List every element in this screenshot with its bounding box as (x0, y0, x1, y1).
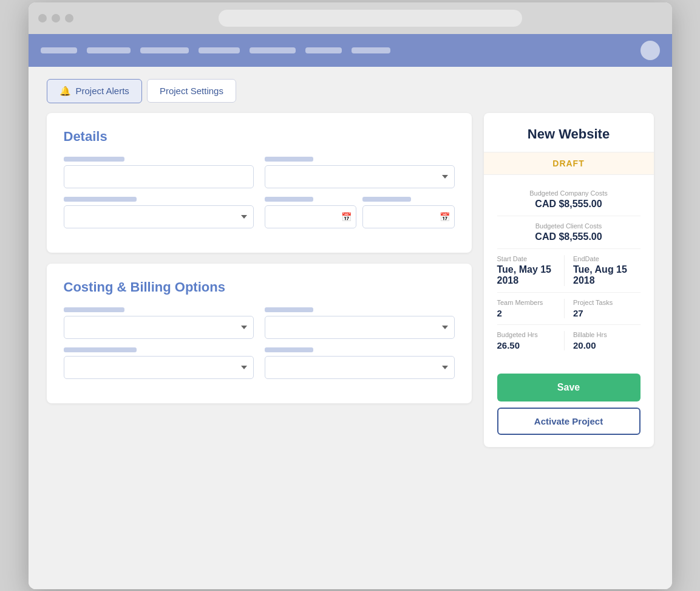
budgeted-client-costs-block: Budgeted Client Costs CAD $8,555.00 (497, 216, 641, 249)
date-input-2-wrapper: 📅 (362, 205, 455, 228)
costing-field-2-label (265, 307, 313, 312)
window-dot-yellow (52, 14, 60, 22)
nav-item-1[interactable] (41, 47, 77, 53)
end-date-label: EndDate (573, 255, 641, 262)
details-row-1 (64, 157, 455, 188)
field-2-label (265, 157, 313, 162)
start-date-label: Start Date (497, 255, 565, 262)
tab-project-alerts[interactable]: 🔔 Project Alerts (47, 79, 142, 103)
billable-hrs-value: 20.00 (573, 340, 641, 350)
browser-window: 🔔 Project Alerts Project Settings Detail… (29, 2, 672, 589)
details-card: Details (47, 113, 472, 253)
billable-hrs-label: Billable Hrs (573, 331, 641, 338)
budgeted-company-costs-block: Budgeted Company Costs CAD $8,555.00 (497, 183, 641, 216)
budgeted-hrs-block: Budgeted Hrs 26.50 (497, 331, 565, 350)
sidebar-actions: Save Activate Project (484, 365, 654, 447)
calendar-icon-1: 📅 (341, 212, 352, 222)
budgeted-hrs-value: 26.50 (497, 340, 565, 350)
costing-field-1 (64, 307, 254, 339)
field-4-label (265, 197, 313, 202)
costing-field-3-label (64, 347, 137, 352)
main-layout: Details (47, 113, 654, 447)
activate-project-button[interactable]: Activate Project (497, 408, 641, 435)
calendar-icon-2: 📅 (440, 212, 450, 222)
window-dot-red (38, 14, 47, 22)
costing-field-1-label (64, 307, 124, 312)
field-1-input[interactable] (64, 165, 254, 188)
budgeted-company-costs-label: Budgeted Company Costs (497, 190, 641, 197)
team-tasks-row: Team Members 2 Project Tasks 27 (497, 293, 641, 325)
budgeted-client-costs-value: CAD $8,555.00 (497, 231, 641, 242)
project-header: New Website (484, 113, 654, 152)
nav-item-4[interactable] (199, 47, 240, 53)
end-date-block: EndDate Tue, Aug 15 2018 (564, 255, 641, 286)
field-1-label (64, 157, 124, 162)
save-button[interactable]: Save (497, 374, 641, 401)
costing-select-2[interactable] (265, 316, 455, 339)
project-title: New Website (497, 126, 641, 142)
costing-title: Costing & Billing Options (64, 279, 455, 295)
details-field-3 (64, 197, 254, 228)
team-members-value: 2 (497, 308, 565, 318)
sidebar-stats: Budgeted Company Costs CAD $8,555.00 Bud… (484, 175, 654, 365)
costing-field-2 (265, 307, 455, 339)
budgeted-hrs-label: Budgeted Hrs (497, 331, 565, 338)
status-badge: DRAFT (484, 152, 654, 175)
nav-item-7[interactable] (352, 47, 390, 53)
user-avatar[interactable] (641, 41, 660, 60)
details-date-group: 📅 📅 (265, 197, 455, 228)
nav-bar (29, 34, 672, 67)
budgeted-company-costs-value: CAD $8,555.00 (497, 199, 641, 210)
costing-field-4 (265, 347, 455, 379)
billable-hrs-block: Billable Hrs 20.00 (564, 331, 641, 350)
costing-row-2 (64, 347, 455, 379)
project-settings-label: Project Settings (160, 86, 223, 96)
details-field-2 (265, 157, 455, 188)
start-date-value: Tue, May 15 2018 (497, 264, 565, 286)
details-title: Details (64, 129, 455, 145)
tabs-bar: 🔔 Project Alerts Project Settings (47, 79, 654, 103)
field-2-select[interactable] (265, 165, 455, 188)
budgeted-client-costs-label: Budgeted Client Costs (497, 222, 641, 230)
start-date-block: Start Date Tue, May 15 2018 (497, 255, 565, 286)
project-alerts-label: Project Alerts (76, 86, 129, 96)
nav-item-5[interactable] (250, 47, 296, 53)
team-members-label: Team Members (497, 299, 565, 306)
bell-icon: 🔔 (59, 86, 71, 97)
details-field-1 (64, 157, 254, 188)
costing-select-1[interactable] (64, 316, 254, 339)
field-5-label (362, 197, 411, 202)
project-tasks-value: 27 (573, 308, 641, 318)
dates-row: Start Date Tue, May 15 2018 EndDate Tue,… (497, 249, 641, 293)
costing-row-1 (64, 307, 455, 339)
window-dot-green (65, 14, 73, 22)
costing-card: Costing & Billing Options (47, 264, 472, 403)
field-3-select[interactable] (64, 205, 254, 228)
project-tasks-label: Project Tasks (573, 299, 641, 306)
date-input-1-wrapper: 📅 (265, 205, 357, 228)
nav-item-6[interactable] (305, 47, 342, 53)
details-row-2: 📅 📅 (64, 197, 455, 228)
sidebar-card: New Website DRAFT Budgeted Company Costs… (484, 113, 654, 447)
address-bar[interactable] (219, 10, 522, 27)
team-members-block: Team Members 2 (497, 299, 565, 318)
end-date-value: Tue, Aug 15 2018 (573, 264, 641, 286)
tab-project-settings[interactable]: Project Settings (147, 79, 236, 103)
hours-row: Budgeted Hrs 26.50 Billable Hrs 20.00 (497, 325, 641, 357)
costing-field-3 (64, 347, 254, 379)
nav-item-2[interactable] (87, 47, 131, 53)
nav-item-3[interactable] (140, 47, 189, 53)
costing-select-3[interactable] (64, 356, 254, 379)
field-3-label (64, 197, 137, 202)
project-tasks-block: Project Tasks 27 (564, 299, 641, 318)
browser-titlebar (29, 2, 672, 34)
main-left: Details (47, 113, 472, 403)
page-content: 🔔 Project Alerts Project Settings Detail… (29, 67, 672, 589)
costing-field-4-label (265, 347, 313, 352)
costing-select-4[interactable] (265, 356, 455, 379)
